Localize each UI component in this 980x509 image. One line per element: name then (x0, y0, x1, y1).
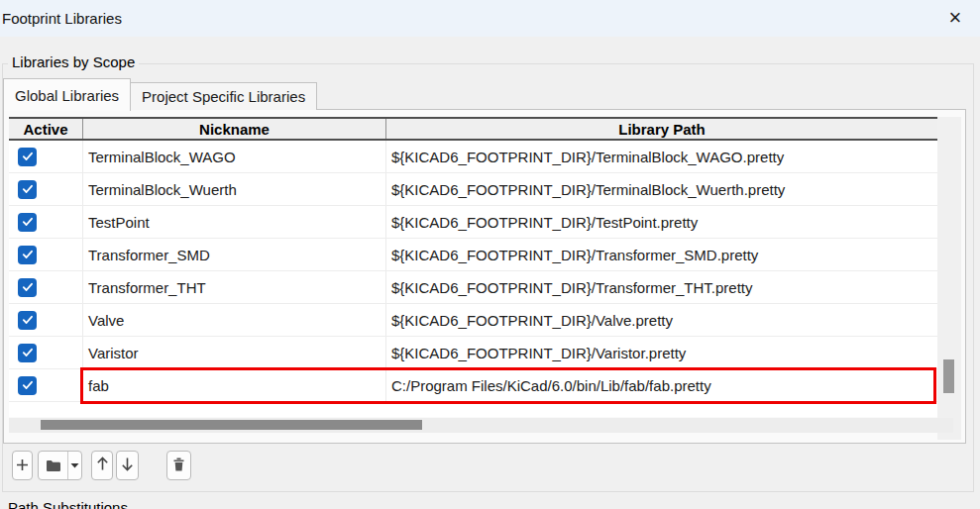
active-checkbox[interactable] (18, 311, 37, 330)
trash-icon (172, 458, 185, 474)
horizontal-scrollbar-thumb[interactable] (41, 420, 422, 430)
vertical-scrollbar-thumb[interactable] (943, 359, 954, 393)
table-footer-space (9, 402, 937, 417)
table-row[interactable]: fabC:/Program Files/KiCad/6.0/bin/Lib/fa… (9, 369, 937, 402)
table-body: TerminalBlock_WAGO${KICAD6_FOOTPRINT_DIR… (9, 141, 937, 402)
active-checkbox[interactable] (18, 246, 37, 264)
move-down-button[interactable] (116, 451, 139, 480)
library-path-cell[interactable]: ${KICAD6_FOOTPRINT_DIR}/Transformer_THT.… (386, 271, 937, 303)
active-cell (9, 369, 83, 401)
library-path-cell[interactable]: ${KICAD6_FOOTPRINT_DIR}/TerminalBlock_Wu… (386, 173, 937, 205)
column-header-library-path[interactable]: Library Path (386, 119, 937, 139)
active-cell (9, 173, 83, 205)
library-path-cell[interactable]: C:/Program Files/KiCad/6.0/bin/Lib/fab/f… (386, 369, 937, 401)
column-header-active[interactable]: Active (9, 119, 83, 139)
column-header-nickname[interactable]: Nickname (83, 119, 386, 139)
down-arrow-icon (121, 457, 134, 474)
delete-library-button[interactable] (166, 451, 191, 480)
path-substitutions-label: Path Substitutions (8, 499, 128, 509)
active-checkbox[interactable] (18, 213, 37, 232)
active-cell (9, 206, 83, 238)
active-checkbox[interactable] (18, 180, 37, 199)
active-cell (9, 304, 83, 336)
browse-dropdown-icon[interactable] (67, 452, 81, 479)
active-cell (9, 239, 83, 270)
library-path-cell[interactable]: ${KICAD6_FOOTPRINT_DIR}/TerminalBlock_WA… (386, 141, 937, 172)
table-row[interactable]: TerminalBlock_WAGO${KICAD6_FOOTPRINT_DIR… (9, 141, 937, 173)
group-label: Libraries by Scope (8, 53, 139, 70)
active-cell (9, 337, 83, 368)
nickname-cell[interactable]: Varistor (83, 337, 386, 368)
tab-project-specific-libraries[interactable]: Project Specific Libraries (131, 82, 317, 110)
nickname-cell[interactable]: TestPoint (83, 206, 386, 238)
tab-global-libraries[interactable]: Global Libraries (3, 78, 131, 111)
nickname-cell[interactable]: Transformer_THT (83, 271, 386, 303)
title-bar: Footprint Libraries (0, 0, 980, 37)
plus-icon (16, 458, 29, 474)
window-title: Footprint Libraries (2, 10, 122, 27)
libraries-table: Active Nickname Library Path TerminalBlo… (9, 117, 937, 417)
active-checkbox[interactable] (18, 344, 37, 362)
up-arrow-icon (96, 457, 109, 474)
active-checkbox[interactable] (18, 148, 37, 166)
table-row[interactable]: TerminalBlock_Wuerth${KICAD6_FOOTPRINT_D… (9, 173, 937, 206)
add-library-button[interactable] (12, 451, 33, 480)
nickname-cell[interactable]: Transformer_SMD (83, 239, 386, 270)
scope-tabs: Global Libraries Project Specific Librar… (3, 77, 317, 110)
library-path-cell[interactable]: ${KICAD6_FOOTPRINT_DIR}/TestPoint.pretty (386, 206, 937, 238)
move-up-button[interactable] (91, 451, 113, 480)
nickname-cell[interactable]: fab (83, 369, 386, 401)
close-icon[interactable]: × (940, 3, 970, 33)
table-row[interactable]: Transformer_THT${KICAD6_FOOTPRINT_DIR}/T… (9, 271, 937, 304)
vertical-scrollbar[interactable] (937, 117, 961, 440)
nickname-cell[interactable]: TerminalBlock_Wuerth (83, 173, 386, 205)
active-checkbox[interactable] (18, 278, 37, 297)
active-checkbox[interactable] (18, 376, 37, 395)
active-cell (9, 141, 83, 172)
table-row[interactable]: Transformer_SMD${KICAD6_FOOTPRINT_DIR}/T… (9, 239, 937, 271)
global-libraries-panel: Active Nickname Library Path TerminalBlo… (3, 109, 966, 444)
table-row[interactable]: Varistor${KICAD6_FOOTPRINT_DIR}/Varistor… (9, 337, 937, 369)
nickname-cell[interactable]: TerminalBlock_WAGO (83, 141, 386, 172)
table-row[interactable]: TestPoint${KICAD6_FOOTPRINT_DIR}/TestPoi… (9, 206, 937, 239)
library-toolbar (0, 451, 980, 480)
folder-icon[interactable] (39, 452, 67, 479)
horizontal-scrollbar[interactable] (9, 418, 953, 433)
active-cell (9, 271, 83, 303)
library-path-cell[interactable]: ${KICAD6_FOOTPRINT_DIR}/Transformer_SMD.… (386, 239, 937, 270)
library-path-cell[interactable]: ${KICAD6_FOOTPRINT_DIR}/Valve.pretty (386, 304, 937, 336)
table-row[interactable]: Valve${KICAD6_FOOTPRINT_DIR}/Valve.prett… (9, 304, 937, 337)
browse-libraries-button[interactable] (38, 451, 82, 480)
table-header: Active Nickname Library Path (9, 117, 937, 141)
nickname-cell[interactable]: Valve (83, 304, 386, 336)
library-path-cell[interactable]: ${KICAD6_FOOTPRINT_DIR}/Varistor.pretty (386, 337, 937, 368)
